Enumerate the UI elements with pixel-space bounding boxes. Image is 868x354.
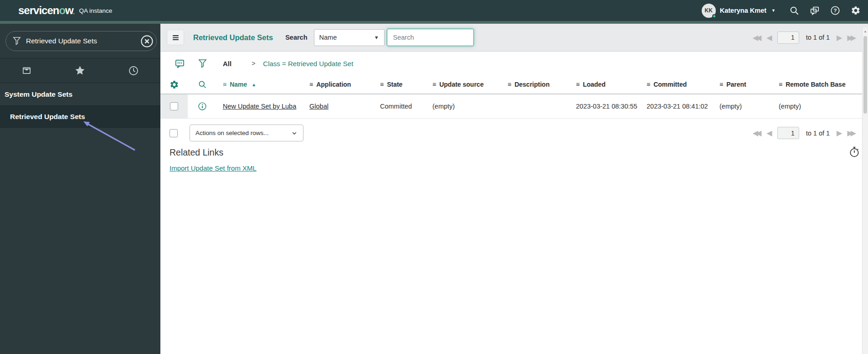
pagination-top: ◀◀ ◀ to 1 of 1 ▶ ▶▶ — [753, 31, 856, 44]
pagination-bottom: ◀◀ ◀ to 1 of 1 ▶ ▶▶ — [753, 127, 856, 139]
stopwatch-icon[interactable] — [848, 146, 860, 158]
instance-label: QA instance — [79, 7, 113, 14]
nav-section-system-update-sets[interactable]: System Update Sets — [0, 83, 160, 106]
chevron-down-icon: ▼ — [771, 8, 776, 13]
last-page-button[interactable]: ▶▶ — [847, 129, 856, 137]
column-search-icon[interactable] — [188, 80, 216, 89]
funnel-icon — [13, 36, 21, 46]
connect-panes-icon[interactable] — [810, 5, 820, 16]
nav-item-label-text: Retrieved Update Sets — [10, 113, 85, 121]
column-header-application[interactable]: ≡ Application — [303, 81, 374, 88]
list-title[interactable]: Retrieved Update Sets — [193, 33, 273, 42]
search-label: Search — [285, 34, 307, 41]
column-menu-icon[interactable]: ≡ — [779, 81, 782, 88]
record-link-application[interactable]: Global — [309, 103, 329, 110]
row-checkbox[interactable] — [170, 102, 178, 110]
all-applications-tab[interactable] — [0, 58, 53, 83]
column-label: State — [387, 81, 402, 88]
nav-section-label-text: System Update Sets — [5, 90, 72, 99]
user-menu[interactable]: KK Kateryna Kmet ▼ — [702, 4, 776, 18]
column-header-loaded[interactable]: ≡ Loaded — [570, 81, 640, 88]
column-header-remote-batch-base[interactable]: ≡ Remote Batch Base — [772, 81, 868, 88]
page-range-label: to 1 of 1 — [806, 130, 830, 137]
vertical-scrollbar[interactable]: ▲ — [862, 28, 868, 354]
favorites-tab[interactable] — [53, 58, 107, 83]
next-page-button[interactable]: ▶ — [837, 129, 842, 137]
top-banner: servicenow. QA instance KK Kateryna Kmet… — [0, 0, 868, 21]
column-menu-icon[interactable]: ≡ — [380, 81, 384, 88]
column-menu-icon[interactable]: ≡ — [508, 81, 511, 88]
search-field-value: Name — [319, 34, 337, 41]
user-name: Kateryna Kmet — [720, 7, 766, 14]
navigator-filter-input[interactable] — [26, 37, 135, 45]
presence-dot — [712, 14, 716, 18]
page-number-input[interactable] — [777, 31, 799, 44]
cell-loaded: 2023-03-21 08:30:55 — [570, 103, 640, 110]
page-range-label: to 1 of 1 — [806, 34, 830, 41]
avatar[interactable]: KK — [702, 4, 716, 18]
chevron-down-icon — [291, 130, 298, 136]
avatar-initials: KK — [705, 7, 713, 14]
logo-text-end: w — [65, 4, 73, 16]
search-icon[interactable] — [789, 5, 799, 16]
select-all-checkbox[interactable] — [169, 129, 178, 137]
navigator-filter[interactable] — [5, 31, 157, 51]
record-link-name[interactable]: New Update Set by Luba — [223, 103, 296, 110]
column-header-parent[interactable]: ≡ Parent — [713, 81, 772, 88]
info-circle-icon[interactable] — [188, 102, 216, 111]
previous-page-button[interactable]: ◀ — [766, 33, 772, 42]
column-label: Committed — [653, 81, 687, 88]
personalize-list-gear-icon[interactable] — [160, 80, 188, 89]
column-menu-icon[interactable]: ≡ — [309, 81, 313, 88]
column-menu-icon[interactable]: ≡ — [576, 81, 580, 88]
sort-ascending-icon: ▲ — [252, 82, 256, 87]
scrollbar-thumb[interactable] — [863, 36, 867, 114]
related-links-title: Related Links — [169, 147, 868, 158]
breadcrumb-all[interactable]: All — [223, 60, 231, 68]
last-page-button[interactable]: ▶▶ — [847, 33, 856, 42]
column-menu-icon[interactable]: ≡ — [432, 81, 436, 88]
column-menu-icon[interactable]: ≡ — [223, 81, 226, 88]
column-header-committed[interactable]: ≡ Committed — [640, 81, 713, 88]
breadcrumb-separator: > — [252, 60, 255, 67]
gear-icon[interactable] — [851, 5, 861, 16]
cell-parent: (empty) — [713, 103, 772, 110]
history-tab[interactable] — [107, 58, 160, 83]
table-header-row: ≡ Name ▲ ≡ Application ≡ State ≡ Update … — [160, 75, 868, 94]
cell-state: Committed — [374, 103, 426, 110]
column-label: Remote Batch Base — [786, 81, 846, 88]
column-header-update-source[interactable]: ≡ Update source — [426, 81, 501, 88]
breadcrumb-filter-link[interactable]: Class = Retrieved Update Set — [263, 60, 353, 68]
logo-o-glyph: o — [59, 4, 65, 16]
column-menu-icon[interactable]: ≡ — [647, 81, 650, 88]
search-field-select[interactable]: Name ▼ — [314, 29, 385, 46]
help-icon[interactable]: ? — [830, 5, 840, 16]
first-page-button[interactable]: ◀◀ — [753, 129, 762, 137]
logo-dot: . — [73, 10, 74, 15]
related-links-section: Related Links Import Update Set from XML — [169, 147, 868, 172]
list-context-menu-button[interactable] — [167, 30, 184, 45]
filter-funnel-icon[interactable] — [198, 59, 207, 68]
nav-item-retrieved-update-sets[interactable]: Retrieved Update Sets — [0, 106, 160, 128]
first-page-button[interactable]: ◀◀ — [753, 33, 762, 42]
import-update-set-from-xml-link[interactable]: Import Update Set from XML — [169, 164, 257, 172]
column-menu-icon[interactable]: ≡ — [719, 81, 723, 88]
table-row: New Update Set by Luba Global Committed … — [160, 94, 868, 119]
list-view: Retrieved Update Sets Search Name ▼ ◀◀ ◀… — [160, 24, 868, 354]
column-label: Application — [316, 81, 351, 88]
list-toolbar: Retrieved Update Sets Search Name ▼ ◀◀ ◀… — [160, 24, 868, 52]
actions-on-selected-rows-select[interactable]: Actions on selected rows... — [190, 125, 303, 141]
servicenow-logo[interactable]: servicenow. — [18, 4, 74, 17]
list-search-input[interactable] — [387, 29, 474, 46]
previous-page-button[interactable]: ◀ — [766, 129, 772, 137]
scrollbar-up-arrow[interactable]: ▲ — [863, 30, 868, 33]
column-label: Update source — [439, 81, 483, 88]
clear-filter-icon[interactable] — [140, 35, 154, 48]
chat-dots-icon[interactable] — [175, 58, 185, 69]
page-number-input[interactable] — [777, 127, 799, 139]
next-page-button[interactable]: ▶ — [837, 33, 842, 42]
column-header-description[interactable]: ≡ Description — [501, 81, 570, 88]
column-header-name[interactable]: ≡ Name ▲ — [216, 81, 303, 88]
application-navigator: System Update Sets Retrieved Update Sets — [0, 24, 160, 354]
column-header-state[interactable]: ≡ State — [374, 81, 426, 88]
